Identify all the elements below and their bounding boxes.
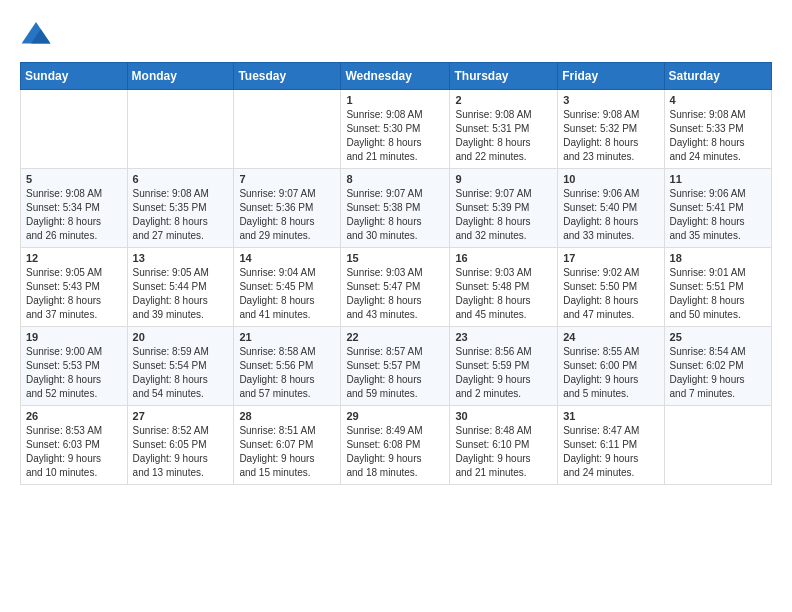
logo <box>20 18 56 50</box>
day-info: Sunrise: 9:08 AMSunset: 5:33 PMDaylight:… <box>670 108 766 164</box>
calendar-cell <box>234 90 341 169</box>
calendar-cell: 22Sunrise: 8:57 AMSunset: 5:57 PMDayligh… <box>341 327 450 406</box>
day-number: 10 <box>563 173 658 185</box>
calendar-cell: 17Sunrise: 9:02 AMSunset: 5:50 PMDayligh… <box>558 248 664 327</box>
day-info: Sunrise: 8:59 AMSunset: 5:54 PMDaylight:… <box>133 345 229 401</box>
day-number: 29 <box>346 410 444 422</box>
day-info: Sunrise: 8:53 AMSunset: 6:03 PMDaylight:… <box>26 424 122 480</box>
day-info: Sunrise: 8:47 AMSunset: 6:11 PMDaylight:… <box>563 424 658 480</box>
day-number: 5 <box>26 173 122 185</box>
logo-icon <box>20 18 52 50</box>
day-number: 21 <box>239 331 335 343</box>
week-row-3: 12Sunrise: 9:05 AMSunset: 5:43 PMDayligh… <box>21 248 772 327</box>
day-number: 25 <box>670 331 766 343</box>
day-info: Sunrise: 8:52 AMSunset: 6:05 PMDaylight:… <box>133 424 229 480</box>
calendar: SundayMondayTuesdayWednesdayThursdayFrid… <box>20 62 772 485</box>
day-number: 18 <box>670 252 766 264</box>
day-info: Sunrise: 9:03 AMSunset: 5:47 PMDaylight:… <box>346 266 444 322</box>
day-number: 22 <box>346 331 444 343</box>
calendar-cell: 30Sunrise: 8:48 AMSunset: 6:10 PMDayligh… <box>450 406 558 485</box>
weekday-header-tuesday: Tuesday <box>234 63 341 90</box>
week-row-2: 5Sunrise: 9:08 AMSunset: 5:34 PMDaylight… <box>21 169 772 248</box>
day-info: Sunrise: 9:05 AMSunset: 5:44 PMDaylight:… <box>133 266 229 322</box>
calendar-cell: 11Sunrise: 9:06 AMSunset: 5:41 PMDayligh… <box>664 169 771 248</box>
weekday-header-saturday: Saturday <box>664 63 771 90</box>
day-number: 26 <box>26 410 122 422</box>
day-info: Sunrise: 9:07 AMSunset: 5:36 PMDaylight:… <box>239 187 335 243</box>
day-number: 2 <box>455 94 552 106</box>
day-info: Sunrise: 9:06 AMSunset: 5:40 PMDaylight:… <box>563 187 658 243</box>
calendar-cell <box>21 90 128 169</box>
day-number: 9 <box>455 173 552 185</box>
day-number: 28 <box>239 410 335 422</box>
day-info: Sunrise: 9:05 AMSunset: 5:43 PMDaylight:… <box>26 266 122 322</box>
weekday-header-monday: Monday <box>127 63 234 90</box>
calendar-header: SundayMondayTuesdayWednesdayThursdayFrid… <box>21 63 772 90</box>
day-info: Sunrise: 8:49 AMSunset: 6:08 PMDaylight:… <box>346 424 444 480</box>
calendar-cell: 16Sunrise: 9:03 AMSunset: 5:48 PMDayligh… <box>450 248 558 327</box>
day-number: 13 <box>133 252 229 264</box>
page: SundayMondayTuesdayWednesdayThursdayFrid… <box>0 0 792 503</box>
week-row-4: 19Sunrise: 9:00 AMSunset: 5:53 PMDayligh… <box>21 327 772 406</box>
calendar-cell: 9Sunrise: 9:07 AMSunset: 5:39 PMDaylight… <box>450 169 558 248</box>
day-number: 16 <box>455 252 552 264</box>
weekday-header-sunday: Sunday <box>21 63 128 90</box>
day-info: Sunrise: 8:51 AMSunset: 6:07 PMDaylight:… <box>239 424 335 480</box>
day-number: 23 <box>455 331 552 343</box>
day-info: Sunrise: 8:57 AMSunset: 5:57 PMDaylight:… <box>346 345 444 401</box>
calendar-cell: 6Sunrise: 9:08 AMSunset: 5:35 PMDaylight… <box>127 169 234 248</box>
calendar-cell: 13Sunrise: 9:05 AMSunset: 5:44 PMDayligh… <box>127 248 234 327</box>
day-number: 11 <box>670 173 766 185</box>
calendar-cell: 28Sunrise: 8:51 AMSunset: 6:07 PMDayligh… <box>234 406 341 485</box>
calendar-cell: 2Sunrise: 9:08 AMSunset: 5:31 PMDaylight… <box>450 90 558 169</box>
day-info: Sunrise: 9:04 AMSunset: 5:45 PMDaylight:… <box>239 266 335 322</box>
calendar-cell <box>127 90 234 169</box>
calendar-cell: 20Sunrise: 8:59 AMSunset: 5:54 PMDayligh… <box>127 327 234 406</box>
day-number: 15 <box>346 252 444 264</box>
weekday-header-wednesday: Wednesday <box>341 63 450 90</box>
weekday-row: SundayMondayTuesdayWednesdayThursdayFrid… <box>21 63 772 90</box>
calendar-cell: 25Sunrise: 8:54 AMSunset: 6:02 PMDayligh… <box>664 327 771 406</box>
day-info: Sunrise: 9:08 AMSunset: 5:31 PMDaylight:… <box>455 108 552 164</box>
day-info: Sunrise: 9:07 AMSunset: 5:38 PMDaylight:… <box>346 187 444 243</box>
day-number: 3 <box>563 94 658 106</box>
weekday-header-friday: Friday <box>558 63 664 90</box>
calendar-cell: 7Sunrise: 9:07 AMSunset: 5:36 PMDaylight… <box>234 169 341 248</box>
weekday-header-thursday: Thursday <box>450 63 558 90</box>
calendar-cell: 15Sunrise: 9:03 AMSunset: 5:47 PMDayligh… <box>341 248 450 327</box>
calendar-body: 1Sunrise: 9:08 AMSunset: 5:30 PMDaylight… <box>21 90 772 485</box>
day-info: Sunrise: 8:55 AMSunset: 6:00 PMDaylight:… <box>563 345 658 401</box>
day-info: Sunrise: 9:02 AMSunset: 5:50 PMDaylight:… <box>563 266 658 322</box>
day-number: 19 <box>26 331 122 343</box>
day-info: Sunrise: 9:08 AMSunset: 5:30 PMDaylight:… <box>346 108 444 164</box>
week-row-1: 1Sunrise: 9:08 AMSunset: 5:30 PMDaylight… <box>21 90 772 169</box>
day-info: Sunrise: 9:03 AMSunset: 5:48 PMDaylight:… <box>455 266 552 322</box>
day-info: Sunrise: 9:08 AMSunset: 5:34 PMDaylight:… <box>26 187 122 243</box>
day-number: 6 <box>133 173 229 185</box>
calendar-cell: 29Sunrise: 8:49 AMSunset: 6:08 PMDayligh… <box>341 406 450 485</box>
calendar-cell: 26Sunrise: 8:53 AMSunset: 6:03 PMDayligh… <box>21 406 128 485</box>
calendar-cell: 1Sunrise: 9:08 AMSunset: 5:30 PMDaylight… <box>341 90 450 169</box>
day-info: Sunrise: 8:58 AMSunset: 5:56 PMDaylight:… <box>239 345 335 401</box>
calendar-cell: 27Sunrise: 8:52 AMSunset: 6:05 PMDayligh… <box>127 406 234 485</box>
calendar-cell: 23Sunrise: 8:56 AMSunset: 5:59 PMDayligh… <box>450 327 558 406</box>
week-row-5: 26Sunrise: 8:53 AMSunset: 6:03 PMDayligh… <box>21 406 772 485</box>
day-info: Sunrise: 8:54 AMSunset: 6:02 PMDaylight:… <box>670 345 766 401</box>
day-number: 4 <box>670 94 766 106</box>
day-number: 12 <box>26 252 122 264</box>
day-number: 14 <box>239 252 335 264</box>
day-number: 30 <box>455 410 552 422</box>
day-number: 8 <box>346 173 444 185</box>
day-info: Sunrise: 9:08 AMSunset: 5:35 PMDaylight:… <box>133 187 229 243</box>
calendar-cell: 4Sunrise: 9:08 AMSunset: 5:33 PMDaylight… <box>664 90 771 169</box>
calendar-cell: 24Sunrise: 8:55 AMSunset: 6:00 PMDayligh… <box>558 327 664 406</box>
calendar-cell: 14Sunrise: 9:04 AMSunset: 5:45 PMDayligh… <box>234 248 341 327</box>
day-info: Sunrise: 9:08 AMSunset: 5:32 PMDaylight:… <box>563 108 658 164</box>
calendar-cell: 18Sunrise: 9:01 AMSunset: 5:51 PMDayligh… <box>664 248 771 327</box>
day-info: Sunrise: 9:06 AMSunset: 5:41 PMDaylight:… <box>670 187 766 243</box>
day-info: Sunrise: 8:56 AMSunset: 5:59 PMDaylight:… <box>455 345 552 401</box>
calendar-cell: 8Sunrise: 9:07 AMSunset: 5:38 PMDaylight… <box>341 169 450 248</box>
calendar-cell: 31Sunrise: 8:47 AMSunset: 6:11 PMDayligh… <box>558 406 664 485</box>
calendar-cell: 5Sunrise: 9:08 AMSunset: 5:34 PMDaylight… <box>21 169 128 248</box>
day-info: Sunrise: 9:01 AMSunset: 5:51 PMDaylight:… <box>670 266 766 322</box>
